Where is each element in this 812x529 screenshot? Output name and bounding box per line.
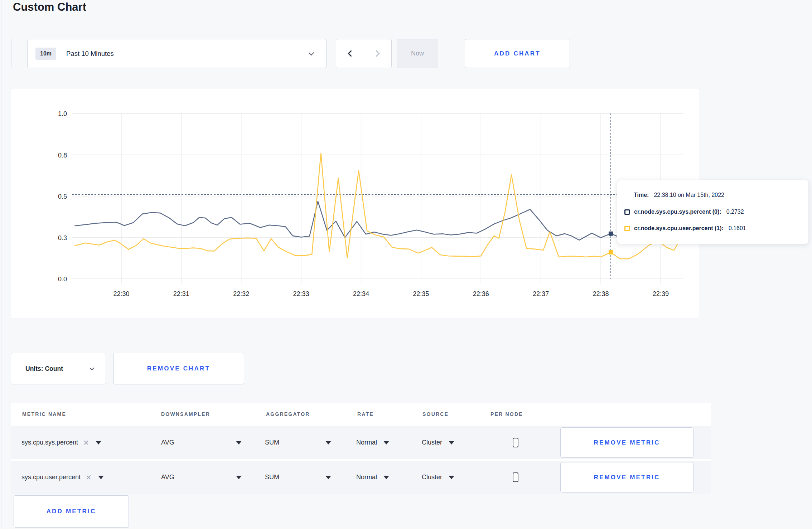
svg-text:22:35: 22:35 xyxy=(413,290,429,297)
caret-down-icon xyxy=(383,476,389,479)
downsampler-value: AVG xyxy=(161,474,174,481)
rate-select[interactable]: Normal xyxy=(356,426,389,459)
downsampler-select[interactable]: AVG xyxy=(161,426,242,459)
toolbar-divider xyxy=(11,39,11,68)
rate-select[interactable]: Normal xyxy=(356,461,389,494)
add-chart-button[interactable]: ADD CHART xyxy=(465,39,570,68)
chart-panel[interactable]: 0.00.30.50.81.022:3022:3122:3222:3322:34… xyxy=(11,88,699,319)
downsampler-value: AVG xyxy=(161,439,174,446)
chevron-down-icon xyxy=(309,50,314,56)
table-row: sys.cpu.sys.percent ✕ AVG SUM Normal Clu… xyxy=(11,426,711,459)
caret-down-icon xyxy=(236,441,242,445)
tooltip-time-label: Time: xyxy=(634,192,649,198)
add-metric-button[interactable]: ADD METRIC xyxy=(14,495,129,528)
time-nav-group xyxy=(336,39,392,68)
time-range-dropdown[interactable]: 10m Past 10 Minutes xyxy=(27,39,327,68)
tooltip-series-value: 0.1601 xyxy=(729,225,746,232)
svg-text:1.0: 1.0 xyxy=(58,110,67,117)
per-node-checkbox[interactable] xyxy=(513,438,518,447)
svg-text:0.3: 0.3 xyxy=(58,234,67,242)
caret-down-icon xyxy=(383,441,389,445)
column-header-rate: RATE xyxy=(357,411,374,417)
tooltip-time-row: Time: 22:38:10 on Mar 15th, 2022 xyxy=(634,192,724,198)
column-header-downsampler: DOWNSAMPLER xyxy=(161,411,210,417)
aggregator-select[interactable]: SUM xyxy=(265,426,331,459)
tooltip-series-value: 0.2732 xyxy=(726,209,744,215)
time-back-button[interactable] xyxy=(336,39,364,68)
svg-text:0.8: 0.8 xyxy=(58,152,67,159)
series-swatch-icon xyxy=(624,209,630,215)
svg-text:22:36: 22:36 xyxy=(473,290,489,297)
caret-down-icon xyxy=(96,441,101,445)
tooltip-time-value: 22:38:10 on Mar 15th, 2022 xyxy=(654,192,724,198)
metric-name-select[interactable]: sys.cpu.sys.percent ✕ xyxy=(21,426,101,459)
remove-chart-button[interactable]: REMOVE CHART xyxy=(113,353,244,384)
source-value: Cluster xyxy=(422,439,442,446)
svg-text:22:32: 22:32 xyxy=(233,290,249,297)
svg-text:22:39: 22:39 xyxy=(653,290,669,297)
aggregator-value: SUM xyxy=(265,474,279,481)
units-dropdown[interactable]: Units: Count xyxy=(11,353,106,384)
svg-text:22:31: 22:31 xyxy=(173,290,189,297)
metric-name-value: sys.cpu.user.percent xyxy=(21,474,81,481)
clear-metric-icon[interactable]: ✕ xyxy=(83,438,89,447)
caret-down-icon xyxy=(449,476,454,479)
metric-name-select[interactable]: sys.cpu.user.percent ✕ xyxy=(21,461,104,494)
column-header-per-node: PER NODE xyxy=(490,411,523,417)
svg-text:22:37: 22:37 xyxy=(533,290,549,297)
source-select[interactable]: Cluster xyxy=(422,461,454,494)
time-range-badge: 10m xyxy=(35,48,56,60)
svg-text:22:34: 22:34 xyxy=(353,290,369,297)
tooltip-series-label: cr.node.sys.cpu.user.percent (1): xyxy=(634,225,724,232)
tooltip-series-label: cr.node.sys.cpu.sys.percent (0): xyxy=(634,209,721,215)
svg-text:22:38: 22:38 xyxy=(593,290,609,297)
aggregator-select[interactable]: SUM xyxy=(265,461,331,494)
source-select[interactable]: Cluster xyxy=(422,426,454,459)
rate-value: Normal xyxy=(356,474,377,481)
tooltip-series-row: cr.node.sys.cpu.sys.percent (0): 0.2732 xyxy=(624,209,744,215)
chevron-down-icon xyxy=(90,366,94,370)
downsampler-select[interactable]: AVG xyxy=(161,461,242,494)
table-row: sys.cpu.user.percent ✕ AVG SUM Normal Cl… xyxy=(11,461,711,494)
remove-metric-button[interactable]: REMOVE METRIC xyxy=(560,427,693,458)
timeseries-chart[interactable]: 0.00.30.50.81.022:3022:3122:3222:3322:34… xyxy=(11,88,700,319)
tooltip-series-row: cr.node.sys.cpu.user.percent (1): 0.1601 xyxy=(624,225,746,232)
aggregator-value: SUM xyxy=(265,439,279,446)
time-forward-button[interactable] xyxy=(364,39,392,68)
remove-metric-button[interactable]: REMOVE METRIC xyxy=(560,462,693,492)
rate-value: Normal xyxy=(356,439,377,446)
caret-down-icon xyxy=(236,476,242,479)
svg-text:22:30: 22:30 xyxy=(113,290,129,297)
svg-text:22:33: 22:33 xyxy=(293,290,309,297)
page-title: Custom Chart xyxy=(13,1,86,14)
source-value: Cluster xyxy=(422,474,442,481)
chevron-left-icon xyxy=(348,50,354,57)
caret-down-icon xyxy=(325,441,331,445)
caret-down-icon xyxy=(98,476,104,479)
per-node-checkbox[interactable] xyxy=(513,472,518,482)
chevron-right-icon xyxy=(373,50,380,57)
chart-tooltip: Time: 22:38:10 on Mar 15th, 2022 cr.node… xyxy=(617,180,809,244)
metric-name-value: sys.cpu.sys.percent xyxy=(21,439,78,446)
page-left-border xyxy=(1,0,1,529)
series-swatch-icon xyxy=(624,226,630,231)
caret-down-icon xyxy=(325,476,331,479)
column-header-metric-name: METRIC NAME xyxy=(22,411,66,417)
clear-metric-icon[interactable]: ✕ xyxy=(86,473,92,482)
column-header-aggregator: AGGREGATOR xyxy=(266,411,310,417)
svg-text:0.0: 0.0 xyxy=(58,276,67,283)
svg-text:0.5: 0.5 xyxy=(58,193,67,200)
caret-down-icon xyxy=(449,441,454,445)
column-header-source: SOURCE xyxy=(422,411,449,417)
time-range-label: Past 10 Minutes xyxy=(66,50,114,58)
units-label: Units: Count xyxy=(25,365,63,373)
now-button[interactable]: Now xyxy=(397,39,438,68)
